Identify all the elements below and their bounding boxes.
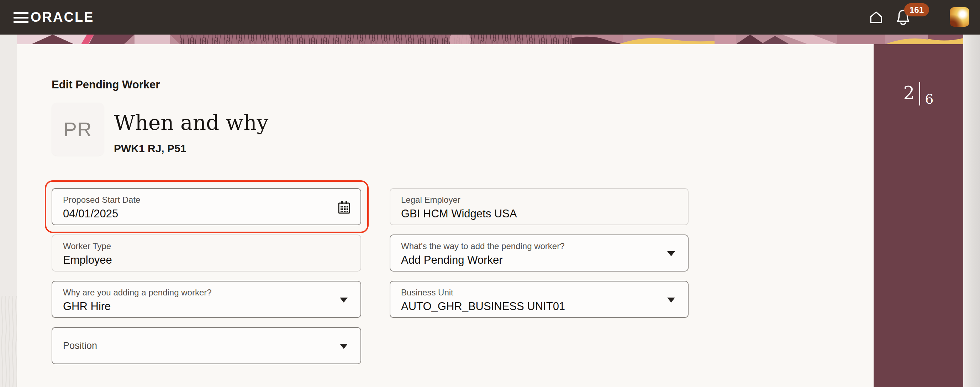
field-value: Employee [63, 254, 350, 267]
field-value: GHR Hire [63, 300, 350, 313]
position-dropdown[interactable]: Position [52, 327, 361, 364]
step-indicator: 2 6 [873, 44, 963, 106]
field-label: Legal Employer [401, 195, 677, 205]
step-current: 2 [904, 82, 915, 104]
way-to-add-dropdown[interactable]: What's the way to add the pending worker… [390, 235, 689, 272]
business-unit-dropdown[interactable]: Business Unit AUTO_GHR_BUSINESS UNIT01 [390, 281, 689, 318]
field-label: Position [63, 340, 97, 351]
decorative-banner [17, 35, 963, 44]
watermark-pattern [0, 296, 17, 387]
page-title: Edit Pending Worker [52, 78, 160, 91]
topbar: ORACLE 161 [0, 0, 980, 35]
field-label: Proposed Start Date [63, 195, 350, 205]
proposed-start-date-field[interactable]: Proposed Start Date 04/01/2025 [52, 188, 361, 225]
user-avatar[interactable] [950, 7, 969, 27]
field-value: AUTO_GHR_BUSINESS UNIT01 [401, 300, 677, 313]
notification-count-badge[interactable]: 161 [904, 3, 929, 16]
chevron-down-icon[interactable] [340, 344, 348, 349]
worker-type-field: Worker Type Employee [52, 235, 361, 272]
app-screen: ORACLE 161 [0, 0, 980, 387]
home-icon[interactable] [868, 9, 884, 26]
field-label: Why are you adding a pending worker? [63, 287, 350, 298]
field-value: Add Pending Worker [401, 254, 677, 267]
main-content-card: Edit Pending Worker PR When and why PWK1… [17, 44, 873, 387]
field-value: GBI HCM Widgets USA [401, 207, 677, 220]
why-adding-dropdown[interactable]: Why are you adding a pending worker? GHR… [52, 281, 361, 318]
page-right-gutter [963, 35, 980, 387]
step-total: 6 [925, 92, 933, 106]
field-label: What's the way to add the pending worker… [401, 241, 677, 251]
chevron-down-icon[interactable] [667, 251, 675, 256]
field-value: 04/01/2025 [63, 207, 350, 220]
step-sidebar: 2 6 [873, 44, 963, 387]
section-heading: When and why [114, 110, 268, 135]
worker-name: PWK1 RJ, P51 [114, 142, 186, 155]
oracle-logo: ORACLE [30, 9, 94, 25]
legal-employer-field: Legal Employer GBI HCM Widgets USA [390, 188, 689, 225]
step-divider [919, 82, 920, 106]
calendar-icon[interactable] [337, 200, 351, 216]
field-label: Worker Type [63, 241, 350, 251]
worker-initials-avatar: PR [52, 102, 104, 156]
menu-icon[interactable] [14, 12, 29, 23]
chevron-down-icon[interactable] [340, 297, 348, 302]
field-label: Business Unit [401, 287, 677, 298]
chevron-down-icon[interactable] [667, 297, 675, 302]
